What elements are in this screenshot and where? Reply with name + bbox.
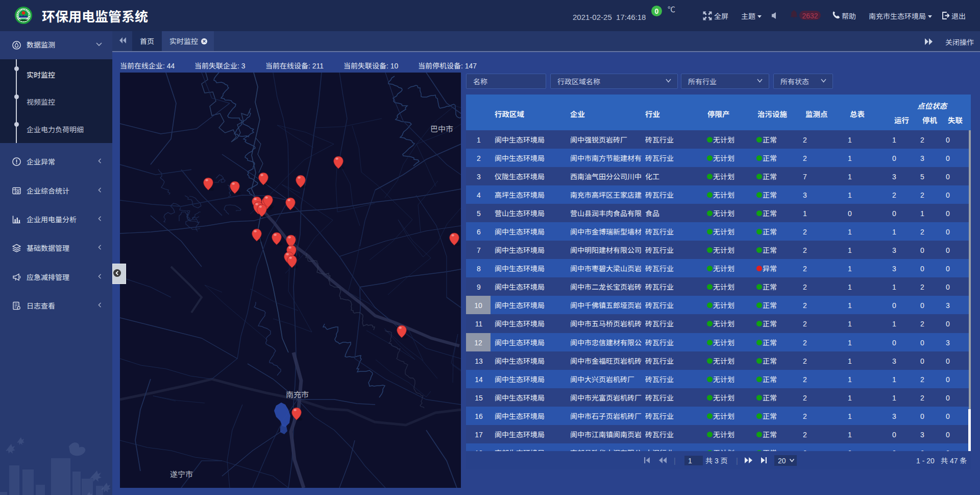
svg-text:巴中市: 巴中市 <box>430 123 453 134</box>
svg-text:南充市: 南充市 <box>286 389 309 399</box>
svg-text:遂宁市: 遂宁市 <box>170 468 193 479</box>
